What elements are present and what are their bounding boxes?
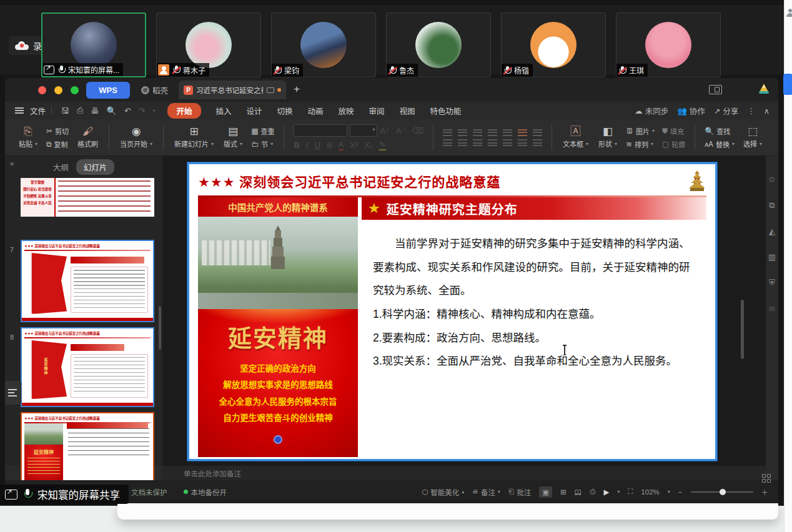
slide-9-thumbnail-selected[interactable]: ★★★ 深刻领会习近平总书记延安之行的战略意蕴 延安精神 [21, 412, 154, 488]
menu-slideshow[interactable]: 放映 [331, 105, 362, 117]
check-duplicate-button[interactable]: ▦查重 [251, 126, 274, 136]
cut-button[interactable]: ✂剪切 [46, 126, 69, 136]
underline-icon[interactable]: U [314, 140, 320, 150]
new-tab-button[interactable]: + [294, 83, 300, 96]
print-icon[interactable]: 🖶 [91, 106, 99, 116]
outline-button[interactable]: ▢轮廓 [662, 139, 685, 149]
blue-side-button[interactable] [783, 74, 792, 95]
tab-outline[interactable]: 大纲 [53, 161, 69, 173]
bold-icon[interactable]: B [294, 140, 299, 150]
menu-review[interactable]: 审阅 [362, 105, 392, 117]
more-quick-icon[interactable]: ▾ [152, 108, 155, 114]
highlight-icon[interactable]: ✎ [379, 140, 386, 150]
find-button[interactable]: 🔍查找 [705, 126, 735, 136]
increase-font-icon[interactable]: A⁺ [380, 126, 390, 135]
favorites-icon[interactable]: ✩ [769, 175, 776, 184]
tab-wps-home[interactable]: WPS [86, 82, 130, 99]
zoom-percent[interactable]: 102% [641, 488, 659, 496]
menu-file[interactable]: 文件 [30, 105, 46, 117]
video-tile-song[interactable]: 宋知寰的屏幕... [41, 12, 146, 77]
zoom-caret[interactable]: ▾ [668, 489, 670, 495]
tab-docer[interactable]: 稻壳 [135, 82, 174, 99]
video-tile-yang[interactable]: 杨锴 [501, 12, 606, 77]
menu-animation[interactable]: 动画 [300, 105, 331, 117]
switch-window-icon[interactable]: ⧉ [769, 200, 775, 210]
shapes-button[interactable]: ◧ 形状▾ [593, 126, 622, 149]
backup-status[interactable]: 本地备份开 [184, 487, 227, 497]
decrease-indent-icon[interactable] [473, 129, 482, 136]
align-center-icon[interactable] [458, 139, 467, 146]
zoom-in-button[interactable]: ＋ [761, 487, 769, 497]
subscript-icon[interactable]: X₂ [364, 140, 373, 150]
grid-apps-icon[interactable] [762, 474, 772, 484]
notes-button[interactable]: ≝备注▾ [472, 487, 500, 497]
menu-transition[interactable]: 切换 [270, 105, 300, 117]
send-to-device-icon[interactable]: ◭ [769, 227, 775, 236]
zoom-out-button[interactable]: − [678, 488, 683, 496]
docer-wizard-icon[interactable] [758, 83, 770, 96]
mail-icon[interactable]: ✉ [769, 304, 776, 313]
preview-icon[interactable]: 🔍 [106, 106, 116, 116]
slide-6-thumbnail[interactable]: 坚守理想 践行初心 担当使命 不怕牺牲 英勇斗争 对党忠诚 不负人民 [21, 178, 154, 217]
play-current-button[interactable]: ◉ 当页开始▾ [115, 126, 157, 149]
minimize-button[interactable] [54, 86, 62, 94]
number-list-icon[interactable] [458, 129, 467, 136]
more-menu-icon[interactable]: ⋮ [747, 106, 755, 116]
play-options-caret[interactable]: ▾ [617, 489, 620, 495]
line-spacing-icon[interactable] [518, 129, 527, 136]
superscript-icon[interactable]: X² [350, 140, 358, 150]
text-box-button[interactable]: 🄰 文本框▾ [558, 126, 593, 149]
select-button[interactable]: ⬚ 选择▾ [738, 126, 767, 149]
collab-button[interactable]: 👥协作 [677, 105, 705, 117]
comments-button[interactable]: ⎗批注 [508, 487, 531, 497]
increase-indent-icon[interactable] [488, 129, 497, 136]
italic-icon[interactable]: I [306, 140, 309, 150]
menu-view[interactable]: 视图 [392, 105, 423, 117]
video-tile-liang[interactable]: 梁钧 [271, 12, 376, 77]
align-right-icon[interactable] [473, 139, 482, 146]
menu-start-active[interactable]: 开始 [167, 103, 200, 119]
slide-8-thumbnail[interactable]: ★★★ 深刻领会习近平总书记延安之行的战略意蕴 延安精神 [21, 327, 154, 407]
smart-beautify-button[interactable]: ⬡智能美化▴ [422, 487, 464, 497]
canvas-scrollbar[interactable] [741, 300, 744, 359]
tab-document[interactable]: P 习近平总书记延安之行讲话导读 [179, 81, 286, 99]
paste-button[interactable]: ⎘ 粘贴▾ [14, 126, 42, 149]
tab-slides-active[interactable]: 幻灯片 [76, 159, 115, 175]
menu-design[interactable]: 设计 [239, 105, 270, 117]
fit-window-icon[interactable]: ⛶ [628, 488, 633, 496]
picture-button[interactable]: 🖻图片▾ [626, 126, 655, 136]
slide-body-text[interactable]: 当前学界对于延安精神的研究多集中于延安精神的科学内涵、要素构成、现实关系和作风建… [362, 220, 706, 373]
columns-icon[interactable] [518, 139, 527, 146]
font-color-icon[interactable]: A [339, 140, 344, 150]
close-button[interactable] [38, 86, 46, 94]
output-icon[interactable]: ⎙ [77, 106, 83, 116]
decrease-font-icon[interactable]: A⁻ [396, 126, 406, 135]
split-view-icon[interactable] [709, 85, 722, 94]
char-spacing-icon[interactable] [503, 129, 512, 136]
layout-button[interactable]: ▤ 版式▾ [219, 126, 247, 149]
menu-special[interactable]: 特色功能 [423, 105, 469, 117]
export-ppt-icon[interactable]: ⎙ [590, 488, 595, 496]
slide-7-thumbnail[interactable]: ★★★ 深刻领会习近平总书记延安之行的战略意蕴 [21, 240, 154, 322]
clear-format-icon[interactable]: ⌫ [412, 126, 423, 135]
collapse-ribbon-icon[interactable]: ∧ [764, 106, 770, 116]
play-slideshow-button[interactable]: ▶ [603, 488, 609, 496]
justify-icon[interactable] [488, 139, 497, 146]
save-icon[interactable]: 🖫 [61, 106, 69, 116]
redo-icon[interactable]: ↷ [139, 106, 146, 116]
font-name-select[interactable] [294, 124, 347, 137]
copy-button[interactable]: ⧉复制 [46, 139, 69, 149]
strikethrough-icon[interactable]: S [327, 140, 332, 150]
fill-button[interactable]: ⛊填充 [662, 126, 685, 136]
bullet-list-icon[interactable] [443, 129, 452, 136]
format-painter-button[interactable]: 🖌 格式刷 [72, 126, 103, 149]
sidebar-scrollbar[interactable] [159, 306, 161, 350]
hamburger-menu-icon[interactable] [15, 107, 24, 114]
video-tile-wang[interactable]: 王琪 [616, 12, 721, 77]
notes-bar[interactable]: 单击此处添加备注 [162, 465, 766, 480]
zoom-slider-knob[interactable] [720, 489, 726, 495]
thumbnail-list[interactable]: 坚守理想 践行初心 担当使命 不怕牺牲 英勇斗争 对党忠诚 不负人民 7 ★★★… [5, 176, 162, 465]
annotation-toolbar[interactable] [5, 381, 21, 405]
menu-insert[interactable]: 插入 [209, 105, 239, 117]
share-button[interactable]: ↗分享 [714, 105, 739, 117]
